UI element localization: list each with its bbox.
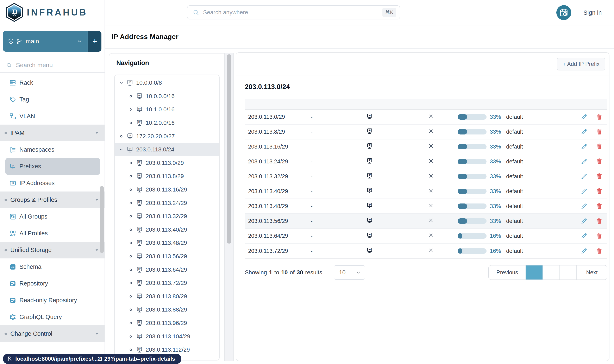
table-row[interactable]: 203.0.113.16/29 - IP 33% default <box>245 140 607 154</box>
edit-pencil-icon[interactable] <box>581 233 587 239</box>
previous-page-button[interactable]: Previous <box>489 265 526 280</box>
tree-item-203-0-113-32-29[interactable]: IP 203.0.113.32/29 <box>115 210 219 223</box>
sidebar-section-ipam[interactable]: IPAM <box>0 125 105 141</box>
branch-selector-button[interactable]: ★ main <box>3 31 88 52</box>
table-row[interactable]: 203.0.113.24/29 - IP 33% default <box>245 154 607 169</box>
collapse-triangle-icon[interactable] <box>95 198 99 202</box>
dot-icon[interactable] <box>128 321 133 325</box>
dot-icon[interactable] <box>119 134 124 139</box>
sidebar-item-ip-addresses[interactable]: IP IP Addresses <box>0 175 105 192</box>
dot-icon[interactable] <box>128 347 133 352</box>
tree-item-203-0-113-0-24[interactable]: IP 203.0.113.0/24 <box>115 143 219 156</box>
table-row[interactable]: 203.0.113.32/29 - IP 33% default <box>245 169 607 184</box>
tree-item-10-0-0-0-8[interactable]: IP 10.0.0.0/8 <box>115 76 219 90</box>
delete-trash-icon[interactable] <box>596 188 602 195</box>
tree-item-203-0-113-24-29[interactable]: IP 203.0.113.24/29 <box>115 196 219 210</box>
chevron-right-icon[interactable] <box>128 107 133 112</box>
table-row[interactable]: 203.0.113.0/29 - IP 33% default <box>245 110 607 125</box>
sidebar-item-vlan[interactable]: VLAN <box>0 108 105 125</box>
sidebar-search-input[interactable] <box>15 61 86 69</box>
sidebar-item-rack[interactable]: Rack <box>0 74 105 91</box>
delete-trash-icon[interactable] <box>596 158 602 165</box>
sidebar-section-unified-storage[interactable]: Unified Storage <box>0 242 105 259</box>
delete-trash-icon[interactable] <box>596 203 602 209</box>
sidebar-item-tag[interactable]: Tag <box>0 91 105 108</box>
sign-in-button[interactable]: Sign in <box>583 0 602 26</box>
table-row[interactable]: 203.0.113.64/29 - IP 16% default <box>245 229 607 244</box>
dot-icon[interactable] <box>128 160 133 166</box>
tree-item-203-0-113-16-29[interactable]: IP 203.0.113.16/29 <box>115 183 219 196</box>
sidebar-section-change-control[interactable]: Change Control <box>0 325 105 342</box>
sidebar-section-groups-profiles[interactable]: Groups & Profiles <box>0 192 105 208</box>
sidebar-item-graphql-query[interactable]: GraphQL Query <box>0 309 105 325</box>
tree-item-10-0-0-0-16[interactable]: IP 10.0.0.0/16 <box>115 90 219 103</box>
page-size-select[interactable]: 10 <box>334 265 365 280</box>
table-row[interactable]: 203.0.113.8/29 - IP 33% default <box>245 125 607 140</box>
tree-item-203-0-113-72-29[interactable]: IP 203.0.113.72/29 <box>115 276 219 290</box>
dot-icon[interactable] <box>128 294 133 299</box>
tree-item-10-2-0-0-16[interactable]: IP 10.2.0.0/16 <box>115 116 219 130</box>
app-logo[interactable]: INFRAHUB <box>6 3 88 22</box>
add-ip-prefix-button[interactable]: + Add IP Prefix <box>557 58 605 70</box>
edit-pencil-icon[interactable] <box>581 218 587 224</box>
edit-pencil-icon[interactable] <box>581 143 587 150</box>
delete-trash-icon[interactable] <box>596 114 602 120</box>
edit-pencil-icon[interactable] <box>581 248 587 254</box>
dot-icon[interactable] <box>128 201 133 206</box>
dot-icon[interactable] <box>128 240 133 246</box>
dot-icon[interactable] <box>128 227 133 232</box>
edit-pencil-icon[interactable] <box>581 129 587 135</box>
delete-trash-icon[interactable] <box>596 218 602 224</box>
tree-item-203-0-113-104-29[interactable]: IP 203.0.113.104/29 <box>115 330 219 343</box>
time-travel-button[interactable] <box>556 5 571 20</box>
navigation-scrollbar[interactable] <box>227 54 231 244</box>
dot-icon[interactable] <box>128 214 133 219</box>
tree-item-203-0-113-88-29[interactable]: IP 203.0.113.88/29 <box>115 303 219 316</box>
dot-icon[interactable] <box>128 307 133 312</box>
chevron-down-icon[interactable] <box>119 80 124 85</box>
tree-item-172-20-20-0-27[interactable]: IP 172.20.20.0/27 <box>115 130 219 143</box>
edit-pencil-icon[interactable] <box>581 114 587 120</box>
table-row[interactable]: 203.0.113.40/29 - IP 33% default <box>245 184 607 199</box>
collapse-triangle-icon[interactable] <box>95 248 99 252</box>
page-number-button[interactable] <box>526 265 543 280</box>
table-row[interactable]: 203.0.113.48/29 - IP 33% default <box>245 199 607 214</box>
tree-item-203-0-113-64-29[interactable]: IP 203.0.113.64/29 <box>115 263 219 276</box>
page-number-button[interactable] <box>543 265 560 280</box>
tree-item-203-0-113-48-29[interactable]: IP 203.0.113.48/29 <box>115 236 219 250</box>
sidebar-item-all-groups[interactable]: All Groups <box>0 208 105 225</box>
delete-trash-icon[interactable] <box>596 173 602 180</box>
edit-pencil-icon[interactable] <box>581 203 587 209</box>
page-number-button[interactable] <box>560 265 576 280</box>
dot-icon[interactable] <box>128 94 133 99</box>
collapse-triangle-icon[interactable] <box>95 332 99 336</box>
dot-icon[interactable] <box>128 254 133 259</box>
tree-item-203-0-113-56-29[interactable]: IP 203.0.113.56/29 <box>115 250 219 263</box>
delete-trash-icon[interactable] <box>596 129 602 135</box>
sidebar-item-prefixes[interactable]: IP Prefixes <box>5 158 100 175</box>
delete-trash-icon[interactable] <box>596 248 602 254</box>
tree-item-203-0-113-8-29[interactable]: IP 203.0.113.8/29 <box>115 169 219 183</box>
table-row[interactable]: 203.0.113.56/29 - IP 33% default <box>245 214 607 229</box>
add-branch-button[interactable]: + <box>88 31 102 52</box>
dot-icon[interactable] <box>128 174 133 179</box>
delete-trash-icon[interactable] <box>596 143 602 150</box>
sidebar-item-repository[interactable]: Repository <box>0 275 105 292</box>
dot-icon[interactable] <box>128 281 133 286</box>
dot-icon[interactable] <box>128 334 133 339</box>
chevron-down-icon[interactable] <box>119 147 124 152</box>
next-page-button[interactable]: Next <box>576 265 607 280</box>
global-search-input[interactable] <box>203 9 382 16</box>
edit-pencil-icon[interactable] <box>581 173 587 180</box>
sidebar-scrollbar[interactable] <box>100 186 104 253</box>
tree-item-203-0-113-0-29[interactable]: IP 203.0.113.0/29 <box>115 156 219 170</box>
sidebar-item-namespaces[interactable]: Namespaces <box>0 141 105 158</box>
delete-trash-icon[interactable] <box>596 233 602 239</box>
collapse-triangle-icon[interactable] <box>95 131 99 135</box>
dot-icon[interactable] <box>128 187 133 192</box>
edit-pencil-icon[interactable] <box>581 188 587 195</box>
sidebar-item-schema[interactable]: </> Schema <box>0 259 105 275</box>
dot-icon[interactable] <box>128 120 133 125</box>
tree-item-203-0-113-96-29[interactable]: IP 203.0.113.96/29 <box>115 316 219 330</box>
dot-icon[interactable] <box>128 267 133 272</box>
